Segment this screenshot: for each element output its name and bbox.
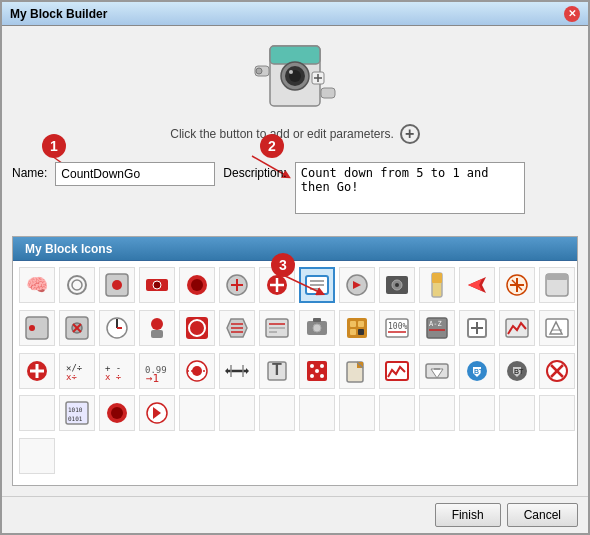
icon-cell[interactable]: [219, 353, 255, 389]
svg-marker-100: [246, 368, 249, 374]
icon-cell[interactable]: [139, 310, 175, 346]
svg-text:x÷: x÷: [66, 372, 77, 382]
icon-cell[interactable]: [499, 310, 535, 346]
icon-cell[interactable]: [99, 267, 135, 303]
icon-cell[interactable]: [219, 395, 255, 431]
icon-cell[interactable]: [339, 267, 375, 303]
icon-cell[interactable]: [259, 310, 295, 346]
icon-cell[interactable]: 10100101: [59, 395, 95, 431]
icon-cell[interactable]: [379, 395, 415, 431]
icon-cell[interactable]: [339, 395, 375, 431]
icon-cell[interactable]: BT: [459, 353, 495, 389]
icon-cell[interactable]: [339, 353, 375, 389]
icon-cell[interactable]: [539, 310, 575, 346]
icon-cell[interactable]: [299, 267, 335, 303]
icon-cell[interactable]: [419, 353, 455, 389]
icon-cell[interactable]: [459, 310, 495, 346]
icon-cell[interactable]: [299, 353, 335, 389]
add-hint-row: Click the button to add or edit paramete…: [170, 124, 419, 144]
icon-cell[interactable]: [259, 395, 295, 431]
icon-cell[interactable]: [179, 353, 215, 389]
icon-cell[interactable]: [499, 267, 535, 303]
icon-cell[interactable]: [419, 395, 455, 431]
icon-cell[interactable]: [539, 395, 575, 431]
icon-cell[interactable]: [139, 267, 175, 303]
svg-point-106: [310, 364, 314, 368]
icon-cell[interactable]: [459, 395, 495, 431]
name-label: Name:: [12, 162, 47, 180]
icon-cell[interactable]: [19, 438, 55, 474]
icon-cell[interactable]: [99, 310, 135, 346]
svg-point-18: [112, 280, 122, 290]
icon-cell[interactable]: 100%: [379, 310, 415, 346]
icons-tab[interactable]: My Block Icons: [13, 237, 577, 261]
content-area: Click the button to add or edit paramete…: [2, 26, 588, 496]
icon-cell[interactable]: [539, 267, 575, 303]
icon-cell[interactable]: [179, 395, 215, 431]
finish-button[interactable]: Finish: [435, 503, 501, 527]
icon-cell[interactable]: T: [259, 353, 295, 389]
icon-cell[interactable]: [419, 267, 455, 303]
svg-rect-72: [350, 329, 356, 335]
desc-label: Description:: [223, 162, 286, 180]
icon-cell[interactable]: [179, 267, 215, 303]
title-bar: My Block Builder ✕: [2, 2, 588, 26]
svg-point-108: [315, 369, 319, 373]
name-input[interactable]: [55, 162, 215, 186]
icon-cell[interactable]: [299, 395, 335, 431]
svg-point-110: [320, 374, 324, 378]
svg-point-107: [320, 364, 324, 368]
close-button[interactable]: ✕: [564, 6, 580, 22]
icon-cell[interactable]: [19, 395, 55, 431]
svg-text:BT: BT: [474, 368, 484, 375]
icon-cell[interactable]: [499, 395, 535, 431]
icon-cell[interactable]: [539, 353, 575, 389]
svg-point-47: [29, 325, 35, 331]
icon-cell[interactable]: [59, 267, 95, 303]
icon-cell[interactable]: [219, 267, 255, 303]
icon-cell[interactable]: + -x ÷: [99, 353, 135, 389]
icons-tab-label: My Block Icons: [25, 242, 112, 256]
icon-cell[interactable]: [379, 353, 415, 389]
svg-rect-67: [313, 318, 321, 322]
add-params-button[interactable]: +: [400, 124, 420, 144]
svg-text:1010: 1010: [68, 406, 83, 413]
icon-cell[interactable]: 🧠: [19, 267, 55, 303]
icon-cell[interactable]: [339, 310, 375, 346]
footer: Finish Cancel: [2, 496, 588, 533]
svg-point-36: [395, 283, 399, 287]
icon-cell[interactable]: [59, 310, 95, 346]
icon-cell[interactable]: [219, 310, 255, 346]
icon-cell[interactable]: [459, 267, 495, 303]
svg-marker-99: [225, 368, 228, 374]
icon-cell[interactable]: A-Z: [419, 310, 455, 346]
annotation-badge-3: 3: [271, 253, 295, 277]
svg-rect-73: [358, 329, 364, 335]
icon-cell[interactable]: [99, 395, 135, 431]
icon-cell[interactable]: [299, 310, 335, 346]
svg-rect-45: [546, 274, 568, 280]
svg-text:x ÷: x ÷: [105, 372, 122, 382]
icons-panel: My Block Icons 3 🧠: [12, 236, 578, 486]
robot-illustration: [245, 36, 345, 116]
svg-text:0101: 0101: [68, 415, 83, 422]
window-title: My Block Builder: [10, 7, 107, 21]
form-row: Name: Description: Count down from 5 to …: [12, 162, 578, 214]
svg-point-55: [151, 318, 163, 330]
icon-cell[interactable]: ✕/÷x÷: [59, 353, 95, 389]
desc-textarea[interactable]: Count down from 5 to 1 and then Go!: [295, 162, 525, 214]
icon-cell[interactable]: [379, 267, 415, 303]
icon-cell[interactable]: [19, 310, 55, 346]
svg-text:T: T: [272, 361, 282, 378]
cancel-button[interactable]: Cancel: [507, 503, 578, 527]
icon-cell[interactable]: 0.99→1: [139, 353, 175, 389]
robot-section: Click the button to add or edit paramete…: [12, 36, 578, 154]
svg-point-16: [72, 280, 82, 290]
icons-grid: 🧠: [13, 261, 577, 485]
icon-cell[interactable]: [19, 353, 55, 389]
icon-cell[interactable]: BT: [499, 353, 535, 389]
icon-cell[interactable]: [139, 395, 175, 431]
icon-cell[interactable]: [179, 310, 215, 346]
svg-rect-71: [358, 321, 364, 327]
svg-text:100%: 100%: [388, 322, 407, 331]
